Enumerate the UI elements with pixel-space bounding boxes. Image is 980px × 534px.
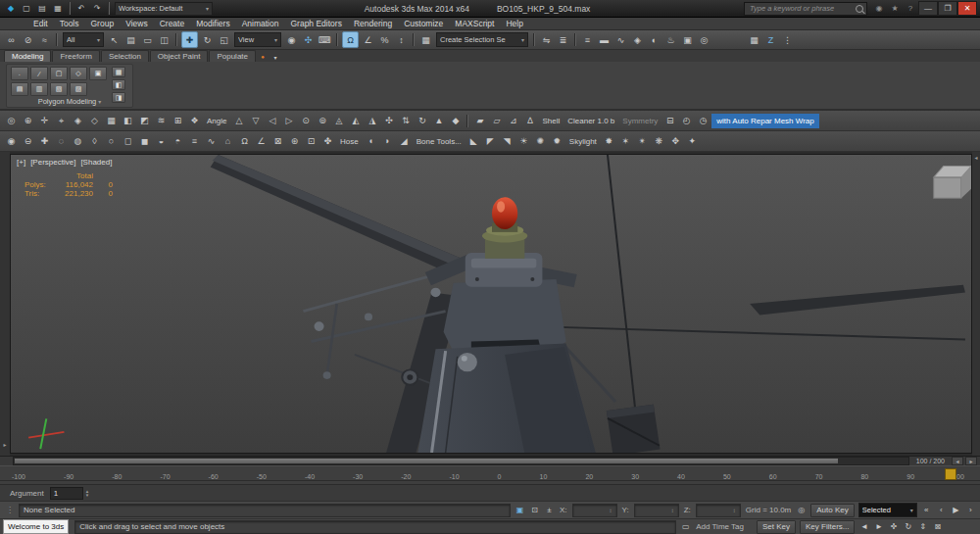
- previous-key-button[interactable]: ◄: [858, 520, 870, 533]
- edit-named-selection-sets-icon[interactable]: ▦: [418, 32, 433, 47]
- r2-tool-32-icon[interactable]: ✴: [635, 134, 650, 149]
- tab-populate[interactable]: Populate: [209, 50, 256, 62]
- go-to-start-button[interactable]: «: [920, 504, 933, 516]
- x-coordinate-field[interactable]: [572, 504, 617, 517]
- r2-tool-14-icon[interactable]: ⌂: [220, 134, 235, 149]
- snaps-toggle-icon[interactable]: Ω: [342, 31, 359, 48]
- align-icon[interactable]: ≣: [556, 32, 570, 47]
- time-slider-groove[interactable]: [13, 457, 909, 465]
- r1-tool-6-icon[interactable]: ◇: [87, 114, 102, 128]
- window-crossing-toggle-icon[interactable]: ◫: [157, 32, 172, 47]
- angle-snap-toggle-icon[interactable]: ∠: [361, 32, 375, 47]
- r1-tool-8-icon[interactable]: ◧: [121, 114, 135, 128]
- r2-tool-25-icon[interactable]: ◤: [483, 134, 498, 149]
- r1-tool-18-icon[interactable]: ⊚: [315, 114, 329, 128]
- r1-tool-22-icon[interactable]: ✣: [381, 114, 396, 128]
- r2-tool-26-icon[interactable]: ◥: [500, 134, 514, 149]
- viewport-3d-canvas[interactable]: [11, 155, 971, 453]
- r2-tool-6-icon[interactable]: ◊: [87, 134, 102, 149]
- app-logo-icon[interactable]: ◆: [4, 2, 18, 15]
- display-mode-icon[interactable]: ▨: [70, 82, 87, 96]
- selection-lock-toggle-icon[interactable]: ⊡: [528, 504, 541, 516]
- key-filters-button[interactable]: Key Filters...: [800, 520, 855, 534]
- keyboard-shortcut-override-icon[interactable]: ⌨: [318, 32, 332, 47]
- next-key-button[interactable]: ►: [872, 520, 885, 533]
- select-by-name-icon[interactable]: ▤: [123, 32, 138, 47]
- polygon-modeling-label[interactable]: Polygon Modeling ▾: [7, 97, 132, 106]
- render-production-icon[interactable]: ◎: [697, 32, 711, 47]
- select-and-rotate-icon[interactable]: ↻: [200, 32, 215, 47]
- r1-tool-26-icon[interactable]: ◆: [448, 114, 463, 128]
- r2-tool-12-icon[interactable]: ≡: [187, 134, 202, 149]
- workspace-dropdown[interactable]: Workspace: Default▾: [115, 2, 213, 16]
- menu-maxscript[interactable]: MAXScript: [449, 19, 500, 28]
- r2-tool-5-icon[interactable]: ◍: [71, 134, 85, 149]
- edge-mode-icon[interactable]: ∕: [30, 67, 48, 80]
- r2-tool-23-icon[interactable]: ◢: [397, 134, 412, 149]
- dolly-view-icon[interactable]: ⇕: [916, 520, 929, 533]
- menu-modifiers[interactable]: Modifiers: [190, 19, 235, 28]
- r1-tool-1-icon[interactable]: ◎: [4, 114, 19, 128]
- selection-brackets-knob-icon[interactable]: ◎: [795, 504, 808, 516]
- preview-subobject-icon[interactable]: ▤: [11, 82, 28, 96]
- percent-snap-toggle-icon[interactable]: %: [377, 32, 392, 47]
- more-tools-icon[interactable]: ⋮: [780, 32, 795, 47]
- r1-tool-9-icon[interactable]: ◩: [137, 114, 152, 128]
- r1-tool-33-icon[interactable]: ◷: [696, 114, 710, 128]
- r1-tool-4-icon[interactable]: ⌖: [54, 114, 69, 128]
- element-mode-icon[interactable]: ▣: [89, 67, 107, 80]
- r1-tool-3-icon[interactable]: ✛: [37, 114, 52, 128]
- r2-tool-21-icon[interactable]: ◖: [364, 134, 378, 149]
- undo-icon[interactable]: ↶: [74, 2, 88, 15]
- maximize-button[interactable]: ❐: [938, 1, 957, 16]
- curve-editor-icon[interactable]: ∿: [613, 32, 628, 47]
- pin-stack-icon[interactable]: ◧: [112, 79, 125, 90]
- angle-button[interactable]: Angle: [203, 114, 230, 127]
- collapse-stack-icon[interactable]: ▦: [112, 67, 125, 77]
- z-coordinate-field[interactable]: [696, 504, 741, 517]
- select-and-link-icon[interactable]: ∞: [4, 32, 19, 47]
- bind-to-space-warp-icon[interactable]: ≈: [37, 32, 52, 47]
- r2-tool-17-icon[interactable]: ⊠: [270, 134, 285, 149]
- viewport-general-menu[interactable]: [+]: [17, 158, 25, 167]
- viewport-scroll-arrow-icon[interactable]: ◂: [972, 154, 980, 161]
- r2-tool-11-icon[interactable]: ◓: [171, 134, 185, 149]
- menu-tools[interactable]: Tools: [54, 19, 85, 28]
- viewport-pov-menu[interactable]: [Perspective]: [30, 158, 75, 167]
- r2-tool-16-icon[interactable]: ∠: [254, 134, 269, 149]
- r1-tool-21-icon[interactable]: ◮: [365, 114, 379, 128]
- previous-frame-button[interactable]: ‹: [935, 504, 948, 516]
- play-animation-button[interactable]: ▶: [950, 504, 962, 516]
- schematic-view-icon[interactable]: ◈: [630, 32, 645, 47]
- r2-tool-18-icon[interactable]: ⊛: [287, 134, 302, 149]
- layer-manager-icon[interactable]: ≡: [580, 32, 595, 47]
- menu-graph-editors[interactable]: Graph Editors: [284, 19, 347, 28]
- r2-tool-28-icon[interactable]: ✺: [533, 134, 548, 149]
- bone-tools-button[interactable]: Bone Tools...: [413, 134, 466, 148]
- tab-modeling[interactable]: Modeling: [4, 50, 51, 62]
- close-button[interactable]: ✕: [957, 1, 977, 16]
- select-and-manipulate-icon[interactable]: ✣: [301, 32, 316, 47]
- r1-tool-15-icon[interactable]: ◁: [265, 114, 279, 128]
- r1-tool-20-icon[interactable]: ◭: [348, 114, 363, 128]
- save-file-icon[interactable]: ▦: [51, 2, 65, 15]
- vertex-mode-icon[interactable]: ∙: [11, 67, 28, 80]
- r1-tool-17-icon[interactable]: ⊙: [298, 114, 313, 128]
- r1-tool-25-icon[interactable]: ▲: [431, 114, 446, 128]
- hose-button[interactable]: Hose: [336, 134, 363, 148]
- favorites-star-icon[interactable]: ★: [888, 2, 902, 15]
- z-tool-icon[interactable]: Z: [763, 32, 778, 47]
- menu-group[interactable]: Group: [85, 19, 121, 28]
- r2-tool-31-icon[interactable]: ✶: [618, 134, 633, 149]
- menu-rendering[interactable]: Rendering: [348, 19, 398, 28]
- tab-freeform[interactable]: Freeform: [52, 50, 99, 62]
- r2-tool-4-icon[interactable]: ◌: [54, 134, 69, 149]
- rectangular-selection-region-icon[interactable]: ▭: [140, 32, 155, 47]
- auto-key-button[interactable]: Auto Key: [810, 504, 854, 517]
- track-bar[interactable]: -100-90-80-70-60-50-40-30-20-10010203040…: [0, 465, 980, 484]
- material-editor-icon[interactable]: ◐: [647, 32, 662, 47]
- time-slider-thumb[interactable]: 100 / 200: [911, 458, 950, 464]
- r2-tool-24-icon[interactable]: ◣: [466, 134, 481, 149]
- r2-tool-15-icon[interactable]: Ω: [237, 134, 252, 149]
- select-and-scale-icon[interactable]: ◱: [217, 32, 231, 47]
